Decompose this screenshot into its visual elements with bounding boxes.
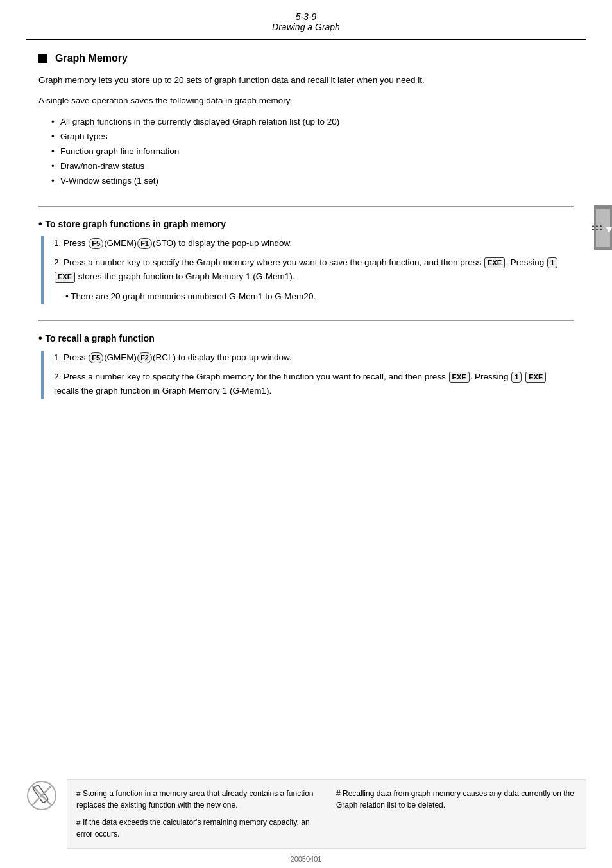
f2-key: F2 [137, 352, 152, 363]
list-item: V-Window settings (1 set) [51, 174, 574, 189]
list-item: Draw/non-draw status [51, 159, 574, 174]
note-left-2: # If the data exceeds the calculator's r… [76, 817, 317, 840]
intro-para-2: A single save operation saves the follow… [38, 94, 574, 108]
store-sub-bullet: • There are 20 graph memories numbered G… [65, 290, 574, 304]
page-number: 5-3-9 [0, 12, 612, 22]
store-step-2: 2. Press a number key to specify the Gra… [54, 256, 574, 284]
note-columns: # Storing a function in a memory area th… [67, 779, 586, 849]
f5-key: F5 [89, 238, 103, 249]
title-square-icon [38, 54, 47, 63]
store-steps: 1. Press F5(GMEM)F1(STO) to display the … [41, 236, 574, 304]
list-item: Graph types [51, 130, 574, 144]
store-step-1: 1. Press F5(GMEM)F1(STO) to display the … [54, 236, 574, 250]
page-footer: 20050401 [0, 855, 612, 863]
page-subtitle: Drawing a Graph [0, 22, 612, 32]
num-1-key-1: 1 [547, 257, 557, 268]
note-right-1: # Recalling data from graph memory cause… [336, 788, 577, 812]
f5-key-2: F5 [89, 352, 103, 363]
note-right-col: # Recalling data from graph memory cause… [336, 788, 577, 840]
note-left-col: # Storing a function in a memory area th… [76, 788, 317, 840]
page: 5-3-9 Drawing a Graph ▼ Graph Memory Gra… [0, 0, 612, 868]
page-header: 5-3-9 Drawing a Graph [0, 0, 612, 39]
bottom-note-area: # Storing a function in a memory area th… [0, 779, 612, 849]
footer-date-code: 20050401 [291, 855, 322, 863]
side-tab-dots: ▼ [592, 221, 612, 235]
recall-step-2: 2. Press a number key to specify the Gra… [54, 370, 574, 399]
num-1-key-2: 1 [511, 372, 522, 383]
note-left-1: # Storing a function in a memory area th… [76, 788, 317, 812]
exe-key-4: EXE [525, 372, 546, 383]
note-icon [26, 779, 58, 812]
list-item: All graph functions in the currently dis… [51, 115, 574, 130]
exe-key-3: EXE [449, 372, 470, 383]
f1-key: F1 [137, 238, 152, 249]
recall-step-1: 1. Press F5(GMEM)F2(RCL) to display the … [54, 351, 574, 365]
feature-list: All graph functions in the currently dis… [38, 115, 574, 189]
list-item: Function graph line information [51, 144, 574, 159]
recall-subsection: • To recall a graph function 1. Press F5… [0, 321, 612, 410]
side-tab: ▼ [594, 205, 612, 250]
store-subsection: • To store graph functions in graph memo… [0, 207, 612, 315]
section-title-text: Graph Memory [55, 53, 128, 64]
store-title-text: To store graph functions in graph memory [46, 219, 226, 229]
note-icon-area: # Storing a function in a memory area th… [26, 779, 586, 849]
graph-memory-section: Graph Memory Graph memory lets you store… [0, 40, 612, 206]
recall-subsection-title: • To recall a graph function [38, 333, 574, 344]
section-title: Graph Memory [38, 53, 574, 64]
intro-para-1: Graph memory lets you store up to 20 set… [38, 73, 574, 87]
exe-key-1: EXE [484, 257, 505, 268]
recall-steps: 1. Press F5(GMEM)F2(RCL) to display the … [41, 351, 574, 399]
side-tab-inner: ▼ [595, 209, 611, 247]
store-subsection-title: • To store graph functions in graph memo… [38, 218, 574, 230]
recall-title-text: To recall a graph function [46, 333, 155, 343]
exe-key-2: EXE [55, 272, 75, 282]
